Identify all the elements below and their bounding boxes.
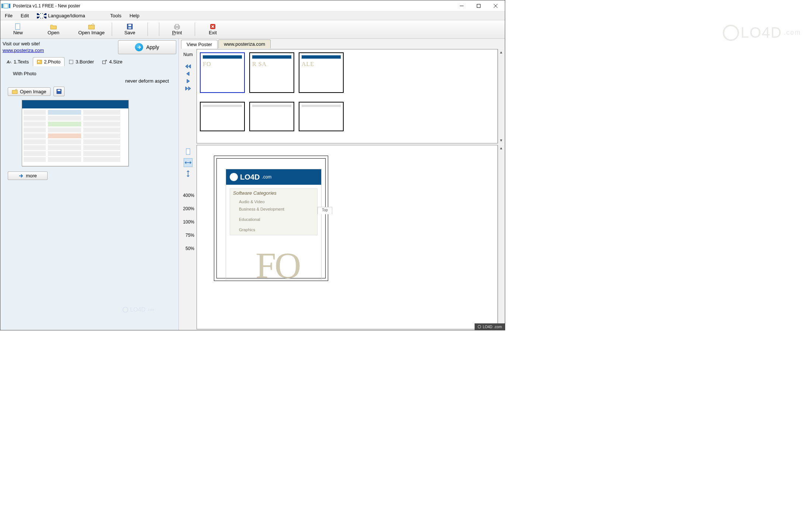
svg-rect-0	[1, 4, 3, 8]
fit-height-button[interactable]	[184, 169, 192, 178]
with-photo-label: With Photo	[13, 71, 37, 84]
visit-label: Visit our web site!	[3, 41, 40, 46]
detail-canvas[interactable]: LO4D.com Software Categories Audio & Vid…	[197, 145, 498, 329]
cat-item: Educational	[233, 216, 314, 223]
toolbar-save-label: Save	[124, 30, 135, 35]
menu-language[interactable]: Language/Idioma	[34, 12, 88, 20]
zoom-100[interactable]: 100%	[180, 219, 194, 225]
menu-tools[interactable]: Tools	[107, 12, 124, 19]
grid-scrollbar[interactable]: ▲ ▼	[498, 49, 504, 143]
footer-watermark: LO4D.com	[475, 323, 505, 330]
num-label: Num	[183, 52, 192, 57]
tab-size[interactable]: 4.Size	[98, 57, 126, 66]
svg-rect-28	[186, 149, 190, 155]
cat-item: Business & Development	[233, 205, 314, 213]
nav-prev-icon[interactable]	[184, 70, 192, 77]
open-image-btn-icon	[12, 89, 18, 94]
texts-icon: AA	[7, 60, 12, 64]
titlebar: Posteriza v1.1 FREE - New poster	[0, 0, 505, 11]
page-tile-5[interactable]	[249, 102, 294, 131]
size-icon	[102, 60, 107, 64]
left-tabs: AA1.Texts 2.Photo 3.Border 4.Size	[3, 57, 176, 66]
watermark-left: LO4D.com	[122, 306, 154, 313]
tab-photo[interactable]: 2.Photo	[33, 57, 65, 66]
page-tile-6[interactable]	[299, 102, 344, 131]
border-icon	[69, 60, 74, 64]
menu-file[interactable]: File	[2, 12, 15, 19]
scroll-down-icon[interactable]: ▼	[498, 137, 504, 143]
svg-rect-1	[4, 4, 8, 8]
scroll-up-icon[interactable]: ▲	[498, 145, 504, 151]
never-deform-label: never deform aspect	[125, 78, 169, 84]
svg-rect-2	[9, 4, 10, 8]
zoom-200[interactable]: 200%	[180, 206, 194, 211]
svg-rect-22	[103, 61, 105, 64]
save-icon	[126, 23, 133, 30]
more-button[interactable]: more	[8, 171, 48, 180]
window-title: Posteriza v1.1 FREE - New poster	[13, 3, 453, 8]
page-tile-1[interactable]: FO	[200, 52, 245, 93]
apply-arrow-icon	[135, 43, 143, 51]
toolbar-open[interactable]: Open	[36, 20, 71, 38]
scroll-up-icon[interactable]: ▲	[498, 49, 504, 55]
apply-button[interactable]: Apply	[118, 40, 176, 54]
svg-point-27	[123, 307, 128, 312]
tab-texts[interactable]: AA1.Texts	[3, 57, 33, 66]
svg-rect-23	[12, 90, 17, 94]
close-button[interactable]	[487, 0, 504, 11]
toolbar-exit[interactable]: Exit	[195, 20, 230, 38]
minimize-button[interactable]	[453, 0, 470, 11]
nav-next-icon[interactable]	[184, 78, 192, 84]
svg-rect-19	[37, 60, 42, 64]
toolbar-print[interactable]: Print	[159, 20, 195, 38]
open-image-button[interactable]: Open Image	[8, 87, 51, 96]
detail-top-tab: Top	[317, 207, 332, 214]
exit-icon	[209, 23, 216, 30]
save-image-button[interactable]	[53, 87, 65, 96]
fit-page-button[interactable]	[184, 147, 192, 156]
zoom-400[interactable]: 400%	[180, 193, 194, 198]
print-icon	[174, 23, 180, 30]
toolbar-open-label: Open	[48, 30, 59, 35]
cat-item: Graphics	[233, 226, 314, 233]
nav-last-icon[interactable]	[184, 85, 192, 92]
more-label: more	[26, 173, 37, 178]
toolbar-exit-label: Exit	[209, 30, 217, 35]
cat-item: Audio & Video	[233, 198, 314, 205]
website-link[interactable]: www.posteriza.com	[3, 48, 44, 53]
page-tile-2[interactable]: R SA	[249, 52, 294, 93]
fit-width-button[interactable]	[184, 158, 192, 167]
menu-help[interactable]: Help	[126, 12, 142, 19]
toolbar-new[interactable]: New	[0, 20, 36, 38]
maximize-button[interactable]	[470, 0, 487, 11]
toolbar-open-image-label: Open Image	[78, 30, 105, 35]
open-image-button-label: Open Image	[20, 89, 46, 94]
main-toolbar: New Open Open Image Save Print	[0, 20, 505, 39]
zoom-50[interactable]: 50%	[180, 246, 194, 251]
page-tile-3[interactable]: ALE	[299, 52, 344, 93]
save-small-icon	[56, 89, 62, 94]
cat-item	[233, 223, 314, 226]
tab-web[interactable]: www.posteriza.com	[218, 39, 271, 48]
nav-first-icon[interactable]	[184, 63, 192, 70]
svg-rect-21	[69, 60, 73, 64]
toolbar-open-image[interactable]: Open Image	[71, 20, 112, 38]
page-tile-4[interactable]	[200, 102, 245, 131]
svg-point-29	[478, 325, 481, 328]
detail-scrollbar[interactable]: ▲ ▼	[498, 145, 504, 329]
detail-brand-suffix: .com	[262, 174, 271, 180]
menu-language-label: Language/Idioma	[48, 13, 85, 18]
detail-content: LO4D.com Software Categories Audio & Vid…	[226, 169, 322, 280]
photo-tab-body: With Photo never deform aspect Open Imag…	[3, 66, 176, 328]
svg-rect-11	[128, 24, 131, 26]
zoom-75[interactable]: 75%	[180, 233, 194, 238]
svg-rect-12	[128, 27, 131, 29]
toolbar-save[interactable]: Save	[112, 20, 148, 38]
svg-point-24	[15, 89, 17, 91]
photo-preview	[22, 100, 129, 166]
zoom-tools: 400% 200% 100% 75% 50%	[180, 145, 197, 329]
menu-edit[interactable]: Edit	[18, 12, 32, 19]
big-letters: FO	[256, 249, 300, 282]
tab-border[interactable]: 3.Border	[65, 57, 98, 66]
tab-view-poster[interactable]: View Poster	[181, 40, 218, 49]
